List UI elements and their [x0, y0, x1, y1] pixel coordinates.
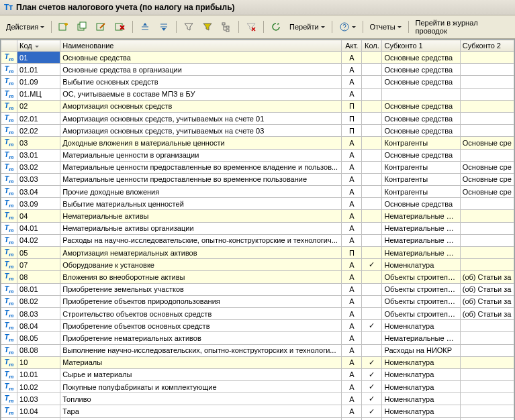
- cell-kol: [362, 52, 382, 64]
- cell-akt: А: [342, 186, 362, 198]
- row-type-icon: Тт: [1, 307, 17, 319]
- row-type-icon: Тт: [1, 417, 17, 420]
- move-up-icon[interactable]: [136, 19, 154, 34]
- col-icon[interactable]: [1, 40, 17, 52]
- cell-name: Амортизация основных средств, учитываемы…: [60, 125, 342, 137]
- col-akt[interactable]: Акт.: [342, 40, 362, 52]
- table-row[interactable]: Тт03.04Прочие доходные вложенияАКонтраге…: [1, 186, 514, 198]
- col-sub1[interactable]: Субконто 1: [382, 40, 460, 52]
- journal-button[interactable]: Перейти в журнал проводок: [412, 17, 512, 37]
- svg-rect-6: [226, 26, 229, 28]
- cell-kol: [362, 234, 382, 246]
- col-sub2[interactable]: Субконто 2: [460, 40, 514, 52]
- col-code[interactable]: Код: [17, 40, 60, 52]
- table-row[interactable]: Тт10.05Запасные частиА✓Номенклатура: [1, 417, 514, 420]
- row-type-icon: Тт: [1, 247, 17, 259]
- table-row[interactable]: Тт10.04ТараА✓Номенклатура: [1, 405, 514, 417]
- table-row[interactable]: Тт04Нематериальные активыАНематериальные…: [1, 210, 514, 222]
- add-copy-icon[interactable]: [74, 19, 91, 34]
- col-name[interactable]: Наименование: [60, 40, 342, 52]
- row-type-icon: Тт: [1, 295, 17, 307]
- row-type-icon: Тт: [1, 381, 17, 393]
- row-type-icon: Тт: [1, 76, 17, 88]
- table-row[interactable]: Тт08.05Приобретение нематериальных актив…: [1, 332, 514, 344]
- table-row[interactable]: Тт01.09Выбытие основных средствАОсновные…: [1, 76, 514, 88]
- table-row[interactable]: Тт05Амортизация нематериальных активовПН…: [1, 247, 514, 259]
- delete-icon[interactable]: [111, 19, 129, 34]
- table-row[interactable]: Тт08.04Приобретение объектов основных ср…: [1, 320, 514, 332]
- cell-sub1: Основные средства: [382, 198, 460, 210]
- cell-sub1: Номенклатура: [382, 417, 460, 420]
- table-row[interactable]: Тт03.03Материальные ценности предоставле…: [1, 173, 514, 185]
- help-icon[interactable]: ?: [336, 19, 359, 34]
- cell-sub1: Объекты строитель...: [382, 271, 460, 283]
- cell-name: Топливо: [60, 393, 342, 405]
- filter-icon[interactable]: [180, 19, 197, 34]
- cell-sub2: (об) Статьи за: [460, 307, 514, 319]
- cell-sub2: Основные сре: [460, 137, 514, 149]
- table-row[interactable]: Тт01Основные средстваАОсновные средства: [1, 52, 514, 64]
- table-row[interactable]: Тт01.МЦОС, учитываемые в составе МПЗ в Б…: [1, 88, 514, 100]
- table-row[interactable]: Тт03.02Материальные ценности предоставле…: [1, 161, 514, 173]
- cell-name: Сырье и материалы: [60, 368, 342, 380]
- table-row[interactable]: Тт10.03ТопливоА✓Номенклатура: [1, 393, 514, 405]
- cell-sub2: [460, 356, 514, 368]
- col-kol[interactable]: Кол.: [362, 40, 382, 52]
- add-icon[interactable]: [55, 19, 73, 34]
- table-row[interactable]: Тт02.01Амортизация основных средств, учи…: [1, 112, 514, 124]
- refresh-icon[interactable]: [267, 19, 285, 34]
- filter-by-icon[interactable]: [199, 19, 216, 34]
- table-row[interactable]: Тт02Амортизация основных средствПОсновны…: [1, 100, 514, 112]
- table-row[interactable]: Тт02.02Амортизация основных средств, учи…: [1, 125, 514, 137]
- cell-kol: [362, 332, 382, 344]
- table-row[interactable]: Тт04.01Нематериальные активы организации…: [1, 222, 514, 234]
- actions-menu[interactable]: Действия: [3, 21, 48, 33]
- accounts-grid[interactable]: Код Наименование Акт. Кол. Субконто 1 Су…: [0, 39, 515, 420]
- table-row[interactable]: Тт07Оборудование к установкеА✓Номенклату…: [1, 259, 514, 271]
- table-row[interactable]: Тт03Доходные вложения в материальные цен…: [1, 137, 514, 149]
- cell-name: Доходные вложения в материальные ценност…: [60, 137, 342, 149]
- table-row[interactable]: Тт04.02Расходы на научно-исследовательск…: [1, 234, 514, 246]
- edit-icon[interactable]: [93, 19, 110, 34]
- svg-rect-5: [222, 23, 225, 25]
- cell-name: Материалы: [60, 356, 342, 368]
- cell-akt: П: [342, 112, 362, 124]
- table-row[interactable]: Тт08.01Приобретение земельных участковАО…: [1, 283, 514, 295]
- table-row[interactable]: Тт10.01Сырье и материалыА✓Номенклатура: [1, 368, 514, 380]
- table-row[interactable]: Тт10МатериалыА✓Номенклатура: [1, 356, 514, 368]
- cell-code: 03.04: [17, 186, 60, 198]
- cell-sub2: [460, 405, 514, 417]
- cell-code: 10: [17, 356, 60, 368]
- row-type-icon: Тт: [1, 149, 17, 161]
- cell-sub1: Нематериальные ак...: [382, 332, 460, 344]
- cell-sub2: [460, 64, 514, 76]
- row-type-icon: Тт: [1, 271, 17, 283]
- go-menu[interactable]: Перейти: [286, 21, 328, 33]
- table-row[interactable]: Тт10.02Покупные полуфабрикаты и комплект…: [1, 381, 514, 393]
- table-row[interactable]: Тт08.02Приобретение объектов природополь…: [1, 295, 514, 307]
- accounts-table: Код Наименование Акт. Кол. Субконто 1 Су…: [1, 40, 514, 420]
- cell-code: 10.05: [17, 417, 60, 420]
- cell-sub2: [460, 210, 514, 222]
- table-row[interactable]: Тт08Вложения во внеоборотные активыАОбъе…: [1, 271, 514, 283]
- table-row[interactable]: Тт08.08Выполнение научно-исследовательск…: [1, 344, 514, 356]
- table-row[interactable]: Тт08.03Строительство объектов основных с…: [1, 307, 514, 319]
- table-row[interactable]: Тт03.09Выбытие материальных ценностейАОс…: [1, 198, 514, 210]
- hierarchy-icon[interactable]: [218, 19, 235, 34]
- cell-sub2: [460, 234, 514, 246]
- cell-akt: А: [342, 356, 362, 368]
- cell-code: 05: [17, 247, 60, 259]
- table-row[interactable]: Тт03.01Материальные ценности в организац…: [1, 149, 514, 161]
- cell-code: 10.04: [17, 405, 60, 417]
- svg-rect-7: [226, 30, 229, 32]
- clear-filter-icon[interactable]: [242, 19, 260, 34]
- cell-akt: А: [342, 368, 362, 380]
- cell-code: 02.01: [17, 112, 60, 124]
- cell-name: Приобретение объектов основных средств: [60, 320, 342, 332]
- cell-kol: ✓: [362, 393, 382, 405]
- table-row[interactable]: Тт01.01Основные средства в организацииАО…: [1, 64, 514, 76]
- row-type-icon: Тт: [1, 112, 17, 124]
- move-down-icon[interactable]: [155, 19, 173, 34]
- reports-menu[interactable]: Отчеты: [367, 21, 405, 33]
- cell-sub1: Основные средства: [382, 112, 460, 124]
